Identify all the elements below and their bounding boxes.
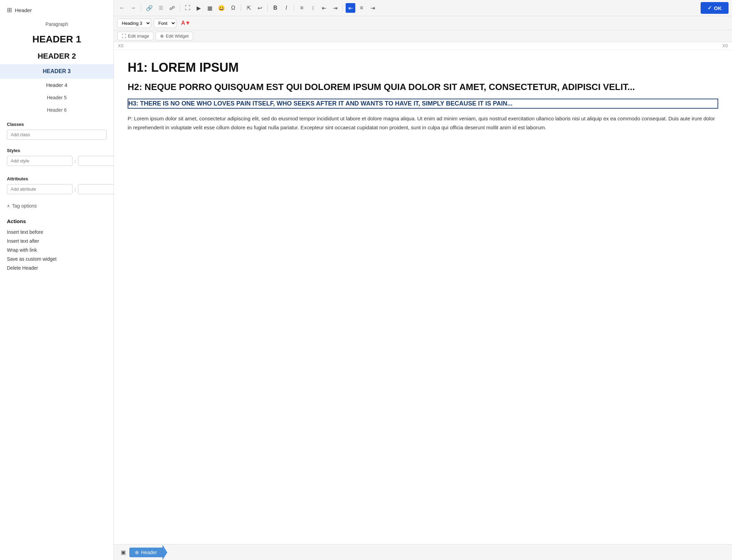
edit-image-button[interactable]: ⛶ Edit image <box>117 32 154 40</box>
content-paragraph: P: Lorem ipsum dolor sit amet, consectet… <box>128 114 718 132</box>
xs-bar: XS XS <box>114 42 732 50</box>
styles-key-input[interactable] <box>7 156 72 166</box>
sidebar-item-h6[interactable]: Header 6 <box>0 104 113 116</box>
restore-button[interactable]: ↩ <box>255 3 265 13</box>
styles-value-input[interactable] <box>78 156 114 166</box>
tag-options-chevron: ∧ <box>7 203 10 208</box>
indent-button[interactable]: ⇥ <box>330 3 340 13</box>
bottom-tag-arrow <box>162 545 167 560</box>
attributes-section: Attributes : <box>0 171 113 199</box>
align-center-button[interactable]: ≡ <box>357 3 366 13</box>
attributes-colon: : <box>75 187 76 192</box>
sidebar-item-h2[interactable]: HEADER 2 <box>0 48 113 64</box>
action-insert-before[interactable]: Insert text before <box>7 228 107 237</box>
toolbar: ← → 🔗 🔗⃠ ☍ ⛶ ▶ ▦ 😀 Ω ⇱ ↩ B I ≡ ⁝ <box>114 0 732 42</box>
align-right-button[interactable]: ⇥ <box>368 3 377 13</box>
styles-section: Styles : <box>0 142 113 171</box>
content-h2: H2: NEQUE PORRO QUISQUAM EST QUI DOLOREM… <box>128 82 718 92</box>
action-wrap-link[interactable]: Wrap with link <box>7 246 107 254</box>
sep2 <box>180 4 180 11</box>
bottom-widget-icon: ⊕ <box>135 550 139 555</box>
xs-label-right: XS <box>722 43 728 48</box>
action-delete[interactable]: Delete Header <box>7 263 107 272</box>
table-button[interactable]: ▦ <box>205 3 215 13</box>
sidebar-header: ⊞ Header <box>0 0 113 18</box>
sep3 <box>241 4 241 11</box>
actions-title: Actions <box>7 218 107 224</box>
attributes-key-input[interactable] <box>7 184 72 194</box>
image-button[interactable]: ⛶ <box>183 3 192 13</box>
sidebar-item-paragraph[interactable]: Paragraph <box>0 18 113 30</box>
sidebar-header-label: Header <box>15 7 32 13</box>
emoji-button[interactable]: 😀 <box>216 3 227 13</box>
sidebar-item-h3[interactable]: HEADER 3 <box>0 64 113 79</box>
redo-button[interactable]: → <box>128 3 138 13</box>
ok-button[interactable]: ✓ OK <box>701 2 729 14</box>
header-widget-icon: ⊞ <box>7 6 12 14</box>
undo-button[interactable]: ← <box>117 3 127 13</box>
tag-options-label: Tag options <box>12 203 37 209</box>
italic-button[interactable]: I <box>281 3 291 13</box>
edit-widget-label: Edit Widget <box>166 33 188 39</box>
outdent-button[interactable]: ⇤ <box>319 3 329 13</box>
styles-colon: : <box>75 158 76 164</box>
bottom-bar: ▣ ⊕ Header <box>114 544 732 560</box>
bottom-tag-button[interactable]: ⊕ Header <box>129 548 162 557</box>
action-insert-after[interactable]: Insert text after <box>7 237 107 246</box>
ok-label: OK <box>714 5 722 11</box>
edit-widget-icon: ⊕ <box>160 33 164 39</box>
sidebar-item-h5[interactable]: Header 5 <box>0 91 113 104</box>
ordered-list-button[interactable]: ≡ <box>297 3 307 13</box>
video-button[interactable]: ▶ <box>194 3 204 13</box>
toolbar-row3: ⛶ Edit image ⊕ Edit Widget <box>114 30 732 42</box>
content-area[interactable]: H1: LOREM IPSUM H2: NEQUE PORRO QUISQUAM… <box>114 50 732 544</box>
xs-label-left: XS <box>118 43 123 48</box>
sep5 <box>294 4 294 11</box>
tag-options-row[interactable]: ∧ Tag options <box>0 199 113 213</box>
link-button[interactable]: 🔗 <box>144 3 155 13</box>
edit-widget-button[interactable]: ⊕ Edit Widget <box>156 32 193 40</box>
sep4 <box>267 4 268 11</box>
toolbar-row2: Heading 3 Heading 1 Heading 2 Heading 4 … <box>114 16 732 30</box>
styles-label: Styles <box>7 148 107 153</box>
classes-input[interactable] <box>7 130 107 140</box>
ok-check-icon: ✓ <box>708 5 712 11</box>
fullscreen-button[interactable]: ⇱ <box>244 3 254 13</box>
attributes-value-input[interactable] <box>78 184 114 194</box>
styles-input-row: : <box>7 156 107 166</box>
action-save-widget[interactable]: Save as custom widget <box>7 254 107 263</box>
font-select[interactable]: Font <box>154 19 176 28</box>
attributes-label: Attributes <box>7 176 107 181</box>
bookmark-button[interactable]: ☍ <box>167 3 177 13</box>
sidebar: ⊞ Header Paragraph HEADER 1 HEADER 2 HEA… <box>0 0 114 560</box>
bottom-grid-icon-button[interactable]: ▣ <box>117 547 129 558</box>
sep6 <box>343 4 343 11</box>
edit-image-label: Edit image <box>128 33 149 39</box>
toolbar-row1: ← → 🔗 🔗⃠ ☍ ⛶ ▶ ▦ 😀 Ω ⇱ ↩ B I ≡ ⁝ <box>114 0 732 16</box>
classes-section: Classes <box>0 116 113 142</box>
sidebar-item-h1[interactable]: HEADER 1 <box>0 30 113 48</box>
attributes-input-row: : <box>7 184 107 194</box>
main-area: ← → 🔗 🔗⃠ ☍ ⛶ ▶ ▦ 😀 Ω ⇱ ↩ B I ≡ ⁝ <box>114 0 732 560</box>
sep1 <box>141 4 141 11</box>
edit-image-icon: ⛶ <box>122 33 126 39</box>
heading-select[interactable]: Heading 3 Heading 1 Heading 2 Heading 4 … <box>117 19 151 28</box>
unlink-button[interactable]: 🔗⃠ <box>156 3 166 13</box>
sidebar-item-h4[interactable]: Header 4 <box>0 79 113 91</box>
bottom-tag-label: Header <box>141 550 157 555</box>
unordered-list-button[interactable]: ⁝ <box>308 3 318 13</box>
special-char-button[interactable]: Ω <box>228 3 238 13</box>
classes-label: Classes <box>7 122 107 127</box>
content-h3: H3: THERE IS NO ONE WHO LOVES PAIN ITSEL… <box>128 99 718 109</box>
content-h1: H1: LOREM IPSUM <box>128 60 718 75</box>
bold-button[interactable]: B <box>270 3 280 13</box>
align-left-button[interactable]: ⇤ <box>346 3 355 13</box>
font-color-button[interactable]: A▼ <box>179 18 192 28</box>
heading-list: Paragraph HEADER 1 HEADER 2 HEADER 3 Hea… <box>0 18 113 116</box>
actions-section: Actions Insert text before Insert text a… <box>0 213 113 275</box>
